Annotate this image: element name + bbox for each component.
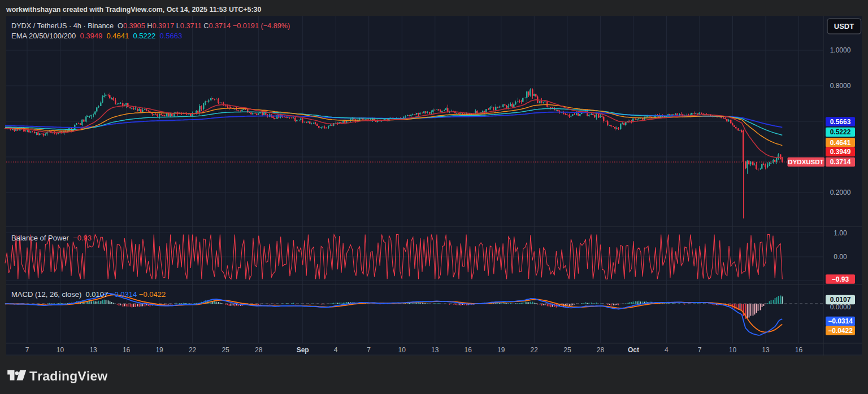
svg-text:0.3714: 0.3714 [830, 158, 851, 166]
svg-text:13: 13 [762, 346, 770, 354]
svg-text:0.8000: 0.8000 [830, 82, 851, 90]
svg-text:0.0107: 0.0107 [830, 296, 851, 304]
svg-text:28: 28 [597, 346, 605, 354]
svg-text:4: 4 [334, 346, 338, 354]
svg-text:7: 7 [367, 346, 371, 354]
svg-text:0.5663: 0.5663 [830, 118, 851, 126]
svg-text:28: 28 [255, 346, 263, 354]
svg-text:USDT: USDT [834, 22, 854, 30]
svg-text:Oct: Oct [628, 346, 639, 354]
svg-text:16: 16 [465, 346, 472, 354]
svg-text:−0.0314: −0.0314 [828, 317, 853, 325]
svg-text:22: 22 [189, 346, 197, 354]
svg-text:workwithshayan created with Tr: workwithshayan created with TradingView.… [6, 6, 262, 14]
svg-text:7: 7 [25, 346, 29, 354]
svg-text:EMA 20/50/100/200 0.3949 0.4: EMA 20/50/100/200 0.3949 0.4641 0.5222 0… [11, 32, 182, 40]
svg-text:19: 19 [155, 346, 163, 354]
svg-text:MACD (12, 26, close) 0.0107 −: MACD (12, 26, close) 0.0107 −0.0314 −0.0… [11, 290, 166, 299]
svg-text:−0.0422: −0.0422 [828, 327, 853, 335]
svg-text:1.0000: 1.0000 [830, 46, 851, 54]
svg-text:0.3949: 0.3949 [830, 148, 851, 156]
svg-text:Sep: Sep [297, 346, 309, 354]
svg-text:10: 10 [398, 346, 406, 354]
svg-text:10: 10 [729, 346, 737, 354]
svg-text:7: 7 [698, 346, 702, 354]
svg-text:0.00: 0.00 [834, 253, 847, 261]
svg-text:16: 16 [123, 346, 131, 354]
svg-text:19: 19 [497, 346, 505, 354]
svg-text:13: 13 [89, 346, 97, 354]
svg-text:1.00: 1.00 [834, 229, 847, 237]
svg-text:DYDX / TetherUS · 4h · Binance: DYDX / TetherUS · 4h · Binance O0.3905 H… [11, 22, 290, 30]
svg-text:22: 22 [531, 346, 539, 354]
svg-text:0.2000: 0.2000 [830, 189, 851, 196]
svg-text:0.5222: 0.5222 [830, 128, 851, 136]
svg-text:0.4641: 0.4641 [830, 139, 851, 147]
svg-text:−0.93: −0.93 [832, 275, 849, 283]
svg-text:13: 13 [431, 346, 439, 354]
svg-text:Balance of Power −0.93: Balance of Power −0.93 [11, 234, 92, 242]
svg-text:16: 16 [795, 346, 803, 354]
svg-text:4: 4 [665, 346, 669, 354]
svg-text:10: 10 [57, 346, 64, 354]
svg-text:25: 25 [222, 346, 229, 354]
svg-text:25: 25 [563, 346, 571, 354]
svg-text:DYDXUSDT: DYDXUSDT [788, 159, 823, 165]
